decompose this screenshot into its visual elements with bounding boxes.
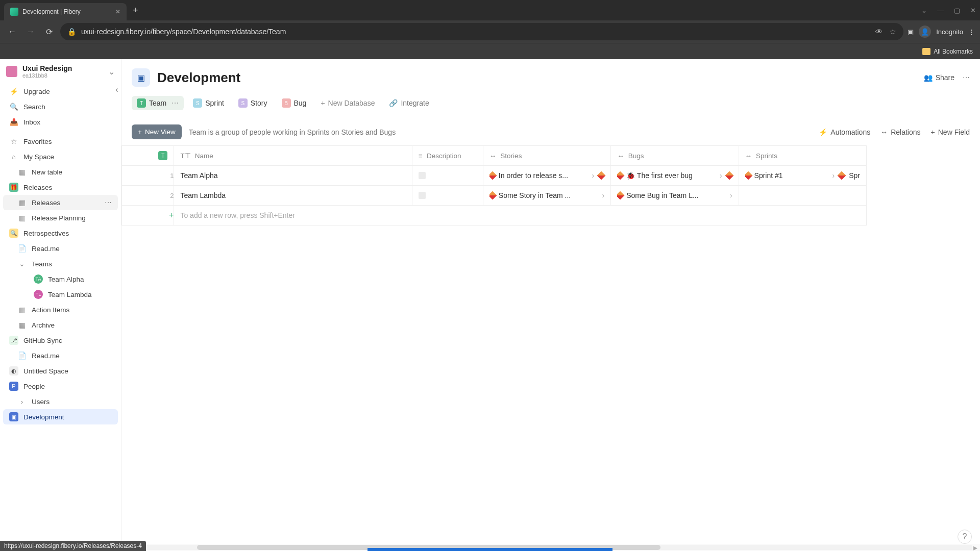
sidebar-people[interactable]: PPeople: [3, 379, 118, 394]
story-chip[interactable]: Some Story in Team ...: [489, 191, 598, 199]
sidebar-retro[interactable]: 🔍Retrospectives: [3, 226, 118, 241]
incognito-label: Incognito: [936, 28, 963, 36]
more-icon[interactable]: ⋯: [963, 73, 970, 82]
relations-button[interactable]: ↔Relations: [880, 128, 920, 136]
cell-description[interactable]: [412, 186, 483, 205]
col-stories-header[interactable]: ↔Stories: [483, 146, 610, 166]
chevron-right-icon[interactable]: ›: [602, 191, 605, 199]
integrate-button[interactable]: 🔗Integrate: [384, 96, 434, 110]
more-icon[interactable]: ⋯: [172, 99, 179, 107]
tab-story[interactable]: SStory: [233, 96, 273, 110]
all-bookmarks[interactable]: All Bookmarks: [934, 48, 973, 55]
sidebar-readme2[interactable]: 📄Read.me: [3, 348, 118, 363]
tab-team[interactable]: TTeam⋯: [132, 96, 184, 110]
sidebar-archive[interactable]: ▦Archive: [3, 317, 118, 333]
back-button[interactable]: ←: [5, 24, 19, 39]
chevron-right-icon[interactable]: ›: [592, 171, 595, 180]
chevron-down-icon[interactable]: ⌄: [921, 7, 927, 14]
tab-bug[interactable]: BBug: [277, 96, 312, 110]
sidebar-release-planning[interactable]: ▥Release Planning: [3, 210, 118, 226]
bookmarks-bar: All Bookmarks: [0, 43, 980, 59]
sprint-chip[interactable]: Sprint #1: [745, 171, 828, 180]
sidebar-releases[interactable]: 🎁Releases: [3, 180, 118, 195]
col-number-header: T: [122, 146, 174, 166]
more-icon[interactable]: ⋯: [105, 198, 112, 207]
browser-tab[interactable]: Development | Fibery ✕: [4, 3, 127, 20]
gift-icon: 🎁: [9, 183, 18, 192]
share-button[interactable]: 👥Share: [924, 73, 954, 82]
main-content: ▣ Development 👥Share ⋯ TTeam⋯ SSprint SS…: [121, 59, 980, 551]
col-description-header[interactable]: ≡Description: [412, 146, 483, 166]
row-number: 2: [122, 186, 174, 206]
table-row[interactable]: 1 Team Alpha In order to release s...› 🐞…: [122, 166, 867, 186]
kebab-icon[interactable]: ⋮: [968, 28, 975, 36]
workspace-switcher[interactable]: Uxui Redesign ea131bb8 ⌄: [0, 59, 121, 84]
chevron-right-icon[interactable]: ›: [832, 171, 835, 180]
url-bar[interactable]: 🔒 uxui-redesign.fibery.io/fibery/space/D…: [60, 23, 903, 40]
reload-button[interactable]: ⟳: [42, 24, 56, 39]
col-bugs-header[interactable]: ↔Bugs: [611, 146, 739, 166]
close-window-icon[interactable]: ✕: [970, 7, 976, 14]
sidebar-inbox[interactable]: 📥Inbox: [3, 114, 118, 130]
minimize-icon[interactable]: ―: [937, 7, 944, 14]
star-icon: ☆: [9, 137, 18, 146]
sidebar-team-lambda[interactable]: TLTeam Lambda: [3, 287, 118, 302]
cell-description[interactable]: [412, 166, 483, 185]
add-row[interactable]: + To add a new row, press Shift+Enter: [122, 206, 867, 226]
new-database-button[interactable]: +New Database: [315, 96, 380, 110]
sidebar-releases-view[interactable]: ▦Releases⋯: [3, 195, 118, 210]
incognito-eye-icon[interactable]: 👁: [875, 28, 883, 36]
close-icon[interactable]: ✕: [115, 8, 120, 15]
lock-icon: 🔒: [67, 28, 76, 36]
flag-icon: [838, 171, 846, 180]
bug-chip[interactable]: Some Bug in Team L...: [617, 191, 726, 199]
new-field-button[interactable]: +New Field: [931, 128, 970, 136]
story-badge-icon: S: [238, 98, 248, 108]
chevron-down-icon: ⌄: [17, 259, 27, 268]
sidebar-teams[interactable]: ⌄Teams: [3, 256, 118, 271]
sidebar-upgrade[interactable]: ⚡Upgrade: [3, 84, 118, 99]
new-tab-button[interactable]: +: [133, 5, 138, 16]
sidebar-search[interactable]: 🔍Search: [3, 99, 118, 114]
flag-icon: [489, 191, 497, 199]
story-chip[interactable]: In order to release s...: [489, 171, 588, 180]
sidebar-untitled[interactable]: ◐Untitled Space: [3, 363, 118, 379]
tab-sprint[interactable]: SSprint: [188, 96, 229, 110]
add-row-placeholder[interactable]: To add a new row, press Shift+Enter: [174, 206, 866, 225]
sidebar-action-items[interactable]: ▦Action Items: [3, 302, 118, 317]
loading-indicator: [368, 548, 612, 551]
sidebar-myspace[interactable]: ⌂My Space: [3, 149, 118, 164]
bug-chip[interactable]: 🐞 The first ever bug: [617, 171, 716, 180]
sidebar-favorites[interactable]: ☆Favorites: [3, 134, 118, 149]
collapse-sidebar-button[interactable]: ‹: [112, 85, 122, 95]
plus-icon[interactable]: +: [122, 206, 174, 226]
cell-sprints[interactable]: [739, 186, 866, 205]
panel-icon[interactable]: ▣: [908, 28, 914, 36]
forward-button[interactable]: →: [23, 24, 38, 39]
maximize-icon[interactable]: ▢: [954, 7, 960, 14]
help-button[interactable]: ?: [958, 530, 972, 544]
lightning-icon: ⚡: [9, 87, 18, 96]
automations-button[interactable]: ⚡Automations: [819, 128, 870, 136]
col-name-header[interactable]: T⊤Name: [174, 146, 412, 166]
sidebar-users[interactable]: ›Users: [3, 394, 118, 409]
sidebar-github[interactable]: ⎇GitHub Sync: [3, 333, 118, 348]
chevron-right-icon[interactable]: ›: [730, 191, 732, 199]
database-tabs: TTeam⋯ SSprint SStory BBug +New Database…: [121, 91, 980, 115]
col-sprints-header[interactable]: ↔Sprints: [739, 146, 866, 166]
cell-name[interactable]: Team Lambda: [174, 186, 412, 205]
sidebar-development[interactable]: ▣Development: [3, 409, 118, 424]
flag-icon: [617, 171, 624, 180]
page-icon[interactable]: ▣: [132, 68, 150, 87]
star-icon[interactable]: ☆: [890, 28, 896, 36]
chevron-right-icon[interactable]: ›: [720, 171, 722, 180]
new-view-button[interactable]: +New View: [132, 124, 182, 139]
chevron-down-icon[interactable]: ⌄: [108, 67, 115, 77]
table-row[interactable]: 2 Team Lambda Some Story in Team ...› So…: [122, 186, 867, 206]
sidebar-newtable[interactable]: ▦New table: [3, 164, 118, 180]
cell-name[interactable]: Team Alpha: [174, 166, 412, 185]
incognito-avatar[interactable]: 👤: [919, 26, 931, 38]
sidebar-readme1[interactable]: 📄Read.me: [3, 241, 118, 256]
sidebar-team-alpha[interactable]: TATeam Alpha: [3, 271, 118, 287]
page-title[interactable]: Development: [157, 70, 240, 86]
